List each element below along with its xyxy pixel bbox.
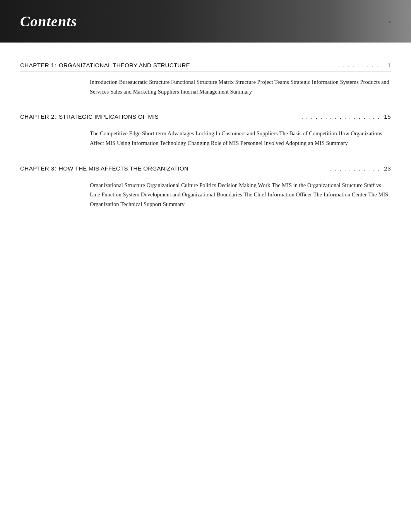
chapter-title-3: HOW THE MIS AFFECTS THE ORGANIZATION [59,165,329,172]
list-item: Matrix Structure [219,79,256,85]
chapter-heading-3: CHAPTER 3: HOW THE MIS AFFECTS THE ORGAN… [20,165,391,175]
chapter-heading-1: CHAPTER 1: ORGANIZATIONAL THEORY AND STR… [20,62,391,72]
list-item: Work [258,182,270,188]
chapter-block-1: CHAPTER 1: ORGANIZATIONAL THEORY AND STR… [20,62,391,96]
list-item: Personnel Involved [240,140,284,146]
list-item: The Basis of Competition [279,130,337,136]
list-item: Changing Role of MIS [188,140,239,146]
chapter-dots-3: . . . . . . . . . . . [330,165,380,172]
chapter-dots-2: . . . . . . . . . . . . . . . . . [301,113,380,120]
chapter-items-2: The Competitive Edge Short-term Advantag… [20,129,391,148]
chapter-dots-1: . . . . . . . . . . [338,62,384,68]
page-number: v [389,19,391,25]
chapter-block-2: CHAPTER 2: STRATEGIC IMPLICATIONS OF MIS… [20,113,391,148]
list-item: The Competitive Edge [90,130,140,136]
list-item: Internal Management [180,89,228,95]
chapter-items-3: Organizational Structure Organizational … [20,181,391,209]
header-title: Contents [20,13,77,30]
list-item: Using Information Technology [117,140,186,146]
list-item: Organizational Culture [146,182,198,188]
chapter-items-1: Introduction Bureaucratic Structure Func… [20,77,391,96]
list-item: Functional Structure [171,79,217,85]
chapter-title-2: STRATEGIC IMPLICATIONS OF MIS [59,113,300,120]
chapter-title-1: ORGANIZATIONAL THEORY AND STRUCTURE [59,62,337,68]
list-item: Adopting an MIS [285,140,325,146]
content-area: CHAPTER 1: ORGANIZATIONAL THEORY AND STR… [0,43,411,249]
list-item: The Information Center [313,191,367,198]
list-item: Short-term Advantages [142,130,194,136]
list-item: Politics [199,182,216,188]
chapter-page-1: 1 [387,62,391,68]
chapter-label-3: CHAPTER 3: [20,165,59,172]
list-item: Decision Making [217,182,256,188]
header-banner: Contents [0,0,411,43]
chapter-label-2: CHAPTER 2: [20,113,59,120]
list-item: Locking In Customers and Suppliers [195,130,278,136]
list-item: Summary [326,140,348,146]
list-item: Bureaucratic Structure [119,79,170,85]
list-item: Sales and Marketing [110,89,156,95]
list-item: Technical Support [120,201,161,207]
list-item: Suppliers [158,89,179,95]
list-item: Summary [230,89,252,95]
list-item: Strategic Information Systems [290,79,358,85]
chapter-block-3: CHAPTER 3: HOW THE MIS AFFECTS THE ORGAN… [20,165,391,209]
chapter-heading-2: CHAPTER 2: STRATEGIC IMPLICATIONS OF MIS… [20,113,391,123]
chapter-page-2: 15 [384,113,391,120]
chapter-page-3: 23 [384,165,391,172]
list-item: System Development and Organizational Bo… [123,191,242,198]
list-item: Project Teams [257,79,289,85]
list-item: The Chief Information Officer [243,191,312,198]
list-item: Organizational Structure [90,182,145,188]
list-item: Introduction [90,79,118,85]
list-item: Summary [163,201,185,207]
list-item: The MIS in the Organizational Structure [272,182,363,188]
chapter-label-1: CHAPTER 1: [20,62,59,68]
